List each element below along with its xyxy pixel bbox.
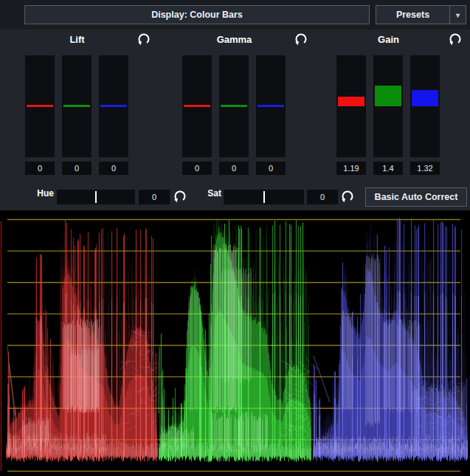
sat-slider[interactable]: [224, 190, 304, 204]
gamma-green-value: 0: [219, 162, 249, 175]
sat-reset-button[interactable]: [340, 189, 355, 204]
gamma-red-value: 0: [182, 162, 212, 175]
lift-green-handle[interactable]: [63, 105, 90, 107]
lift-blue-slider[interactable]: [99, 55, 128, 157]
basic-auto-correct-button[interactable]: Basic Auto Correct: [365, 187, 467, 207]
gamma-blue-handle[interactable]: [258, 105, 284, 107]
gamma-green-handle[interactable]: [221, 105, 247, 107]
gamma-green-slider[interactable]: [219, 55, 249, 157]
hue-slider[interactable]: [57, 190, 135, 204]
sat-slider-handle[interactable]: [263, 191, 265, 203]
reset-icon: [340, 189, 355, 204]
reset-icon: [294, 32, 308, 46]
hue-slider-handle[interactable]: [95, 191, 97, 203]
gain-green-slider[interactable]: [373, 55, 403, 157]
sat-label: Sat: [188, 186, 221, 201]
rgb-parade-waveform-scope: [0, 210, 470, 476]
gain-green-handle[interactable]: [375, 86, 401, 106]
top-bar: Display: Colour Bars Presets ▾: [0, 0, 470, 30]
hue-value: 0: [139, 190, 170, 204]
gamma-blue-slider[interactable]: [256, 55, 286, 157]
gamma-reset-button[interactable]: [294, 32, 308, 46]
section-gamma: Gamma000: [182, 30, 309, 177]
display-colour-bars-button[interactable]: Display: Colour Bars: [24, 5, 370, 24]
reset-icon: [448, 32, 463, 46]
lift-red-slider[interactable]: [25, 55, 55, 157]
reset-icon: [136, 32, 151, 46]
colour-correct-panel: Display: Colour Bars Presets ▾ Lift000Ga…: [0, 0, 470, 476]
lift-red-value: 0: [25, 162, 55, 175]
lift-green-value: 0: [62, 162, 91, 175]
gamma-red-handle[interactable]: [184, 105, 210, 107]
hue-label: Hue: [22, 186, 54, 201]
lift-green-slider[interactable]: [62, 55, 91, 157]
gain-red-value: 1.19: [336, 162, 366, 175]
section-lift: Lift000: [25, 30, 152, 177]
gain-green-value: 1.4: [373, 162, 403, 175]
section-label-gain: Gain: [336, 34, 440, 45]
presets-split-button[interactable]: Presets ▾: [376, 5, 466, 24]
reset-icon: [173, 189, 187, 204]
chevron-down-icon[interactable]: ▾: [450, 11, 466, 19]
section-label-lift: Lift: [25, 34, 129, 45]
basic-auto-correct-label: Basic Auto Correct: [375, 192, 458, 202]
lift-blue-value: 0: [99, 162, 128, 175]
gain-red-handle[interactable]: [338, 97, 364, 106]
lift-blue-handle[interactable]: [100, 105, 127, 107]
lift-red-handle[interactable]: [27, 105, 53, 107]
section-gain: Gain1.191.41.32: [336, 30, 463, 177]
hue-reset-button[interactable]: [173, 189, 187, 204]
sat-value: 0: [307, 190, 338, 204]
gamma-blue-value: 0: [256, 162, 286, 175]
gain-blue-handle[interactable]: [412, 90, 438, 106]
gain-reset-button[interactable]: [448, 32, 463, 46]
controls-panel: Lift000Gamma000Gain1.191.41.32 Hue 0 Sat…: [0, 30, 470, 210]
lift-reset-button[interactable]: [136, 32, 151, 46]
gain-blue-slider[interactable]: [410, 55, 440, 157]
presets-button-label[interactable]: Presets: [376, 10, 449, 20]
gain-red-slider[interactable]: [336, 55, 366, 157]
section-label-gamma: Gamma: [182, 34, 286, 45]
gain-blue-value: 1.32: [410, 162, 440, 175]
gamma-red-slider[interactable]: [182, 55, 212, 157]
display-button-label: Display: Colour Bars: [151, 10, 243, 20]
